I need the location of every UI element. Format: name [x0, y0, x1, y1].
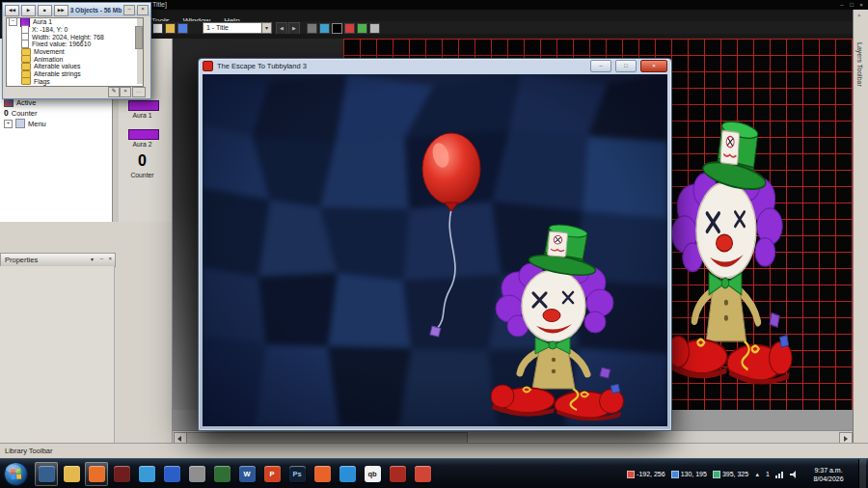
- taskbar-icon-fusion[interactable]: [386, 462, 409, 486]
- debugger-close-button[interactable]: ×: [137, 5, 149, 15]
- object-item-counter[interactable]: 0 Counter: [4, 108, 37, 118]
- save-icon[interactable]: [177, 23, 188, 34]
- taskbar-icon-app-window[interactable]: [35, 462, 58, 486]
- debugger-window[interactable]: ◀◀ ▶ ■ ▶▶ 3 Objects - 56 Mb – × − Aura 1…: [2, 2, 151, 99]
- tree-folder-alterable-strings[interactable]: Alterable strings: [7, 70, 143, 78]
- coord-readout-3: 395, 325: [713, 471, 748, 478]
- tree-folder-movement[interactable]: Movement: [7, 48, 143, 56]
- taskbar-icon-qbasic[interactable]: qb: [361, 462, 384, 486]
- debugger-scroll-thumb[interactable]: [135, 26, 143, 49]
- debugger-scrollbar[interactable]: [137, 18, 143, 84]
- close-icon[interactable]: ×: [108, 256, 112, 261]
- properties-panel-body: [0, 266, 115, 443]
- screen: Title] –□× ToolsWindowHelp –□× 1 - Title…: [0, 0, 868, 488]
- preview-title: The Escape To Tubbyland 3: [217, 62, 586, 70]
- scroll-left-button[interactable]: [174, 432, 187, 443]
- counter-thumbnail[interactable]: 0: [113, 152, 172, 170]
- editor-mode-icon[interactable]: [369, 23, 380, 34]
- grid-toggle-icon[interactable]: [307, 23, 317, 34]
- layers-toolbar: × Layers Toolbar: [853, 10, 868, 443]
- debugger-tree[interactable]: − Aura 1 X: -184, Y: 0 Width: 2024, Heig…: [6, 17, 144, 87]
- volume-icon[interactable]: [790, 471, 799, 478]
- debugger-title: 3 Objects - 56 Mb: [70, 7, 122, 14]
- properties-title: Properties: [5, 256, 38, 264]
- debugger-titlebar[interactable]: ◀◀ ▶ ■ ▶▶ 3 Objects - 56 Mb – ×: [3, 3, 150, 16]
- preview-close-button[interactable]: ×: [640, 60, 667, 72]
- layers-toolbar-label: Layers Toolbar: [856, 42, 863, 87]
- app-maximize-button[interactable]: □: [847, 2, 856, 8]
- clock-time: 9:37 a.m.: [804, 466, 853, 474]
- network-icon[interactable]: [775, 471, 784, 478]
- zoom-icon[interactable]: [319, 23, 330, 34]
- preview-maximize-button[interactable]: □: [615, 60, 637, 72]
- chevron-down-icon[interactable]: ▾: [261, 23, 271, 33]
- app-minimize-button[interactable]: –: [837, 2, 847, 8]
- taskbar-icons: W P Ps qb: [35, 462, 434, 486]
- tree-folder-animation[interactable]: Animation: [7, 55, 143, 63]
- collapse-icon[interactable]: −: [9, 17, 17, 26]
- app-title: Title]: [152, 1, 167, 8]
- counter-label: Counter: [113, 172, 172, 178]
- clock-date: 8/04/2026: [804, 474, 853, 483]
- pin-icon[interactable]: –: [100, 256, 103, 261]
- coord-dot-icon: [627, 471, 635, 478]
- aura1-thumbnail[interactable]: [128, 100, 159, 111]
- taskbar-icon-photoshop[interactable]: Ps: [285, 462, 309, 486]
- taskbar: W P Ps qb -192, 256 130, 195 395, 325 ▲ …: [0, 458, 868, 488]
- properties-panel-header[interactable]: Properties ▾ – ×: [0, 253, 116, 267]
- taskbar-icon-media-app[interactable]: [110, 462, 133, 486]
- object-item-menu[interactable]: + Menu: [4, 119, 46, 128]
- taskbar-icon-firefox-alt[interactable]: [311, 462, 334, 486]
- tree-folder-alterable-values[interactable]: Alterable values: [7, 63, 143, 70]
- scroll-thumb[interactable]: [186, 432, 468, 443]
- taskbar-icon-installer[interactable]: [411, 462, 434, 486]
- taskbar-icon-powerpoint[interactable]: P: [260, 462, 284, 486]
- taskbar-clock[interactable]: 9:37 a.m. 8/04/2026: [804, 466, 853, 483]
- game-preview-window[interactable]: The Escape To Tubbyland 3 – □ ×: [198, 58, 672, 431]
- preview-titlebar[interactable]: The Escape To Tubbyland 3 – □ ×: [199, 59, 671, 73]
- taskbar-icon-explorer[interactable]: [60, 462, 83, 486]
- close-icon[interactable]: ×: [857, 13, 861, 18]
- chevron-down-icon[interactable]: ▾: [91, 256, 94, 262]
- preview-minimize-button[interactable]: –: [590, 60, 611, 72]
- debugger-edit-button[interactable]: ✎: [108, 87, 120, 97]
- coord-readout-2: 130, 195: [671, 471, 707, 478]
- debugger-minimize-button[interactable]: –: [123, 5, 135, 15]
- aura2-label: Aura 2: [113, 141, 172, 148]
- expand-icon[interactable]: +: [4, 120, 13, 128]
- hidden-icons-chevron[interactable]: ▲: [754, 472, 760, 477]
- system-tray: -192, 256 130, 195 395, 325 ▲ 1 9:37 a.m…: [627, 459, 868, 488]
- tree-folder-flags[interactable]: Flags: [7, 78, 143, 86]
- game-viewport[interactable]: [203, 74, 667, 426]
- app-close-button[interactable]: ×: [856, 2, 866, 8]
- new-icon[interactable]: [152, 23, 163, 34]
- show-desktop-button[interactable]: [858, 459, 866, 488]
- start-button[interactable]: [3, 461, 29, 487]
- debugger-delete-button[interactable]: ×: [120, 87, 131, 97]
- taskbar-icon-word[interactable]: W: [235, 462, 258, 486]
- open-icon[interactable]: [165, 23, 176, 34]
- editor-horizontal-scrollbar[interactable]: [173, 430, 854, 443]
- taskbar-icon-game-app[interactable]: [210, 462, 233, 486]
- run-app-icon[interactable]: [357, 23, 367, 34]
- taskbar-icon-media-player[interactable]: [336, 462, 359, 486]
- frame-color-swatch[interactable]: [332, 23, 342, 34]
- tree-item-fixed-value[interactable]: Fixed value: 196610: [7, 41, 143, 48]
- taskbar-icon-messenger[interactable]: [135, 462, 158, 486]
- taskbar-icon-browser[interactable]: [160, 462, 183, 486]
- aura1-label: Aura 1: [113, 112, 172, 119]
- rewind-button[interactable]: ◀◀: [5, 5, 19, 16]
- aura2-thumbnail[interactable]: [128, 129, 159, 140]
- forward-button[interactable]: ▶▶: [54, 5, 68, 16]
- run-frame-icon[interactable]: [344, 23, 355, 34]
- frame-selector[interactable]: 1 - Title ▾: [203, 22, 272, 34]
- clown-sprite-on-grid[interactable]: [665, 114, 792, 386]
- game-scene: [203, 74, 667, 426]
- taskbar-icon-firefox[interactable]: [85, 462, 108, 486]
- taskbar-icon-utility[interactable]: [185, 462, 208, 486]
- scroll-right-button[interactable]: [839, 432, 853, 443]
- play-button[interactable]: ▶: [21, 5, 36, 16]
- debugger-more-button[interactable]: …: [132, 87, 146, 97]
- library-toolbar-label: Library Toolbar: [5, 447, 52, 455]
- stop-button[interactable]: ■: [38, 5, 52, 16]
